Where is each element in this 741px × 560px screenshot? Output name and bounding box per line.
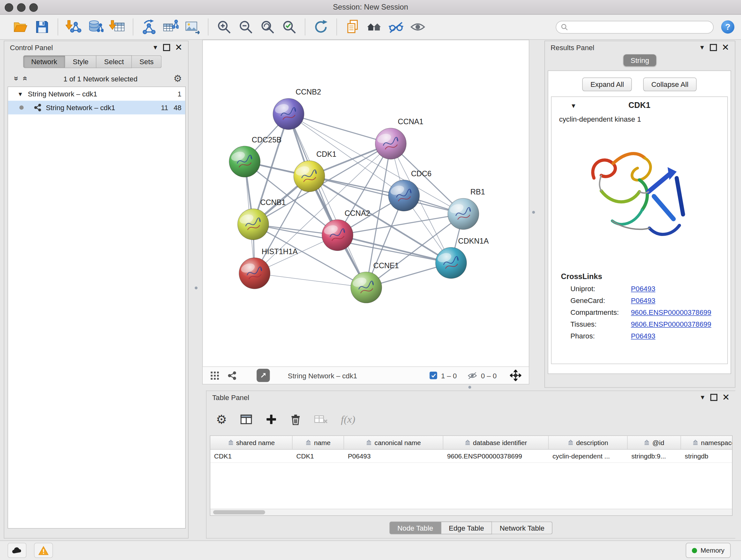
- table-cell[interactable]: CDK1: [293, 449, 344, 462]
- panel-close-icon[interactable]: ✕: [175, 43, 183, 52]
- home-button[interactable]: [363, 17, 385, 37]
- help-button[interactable]: ?: [721, 20, 734, 34]
- zoom-fit-button[interactable]: [257, 17, 278, 37]
- vertical-splitter-handle-right[interactable]: [532, 211, 535, 213]
- zoom-window-button[interactable]: [29, 3, 38, 12]
- zoom-out-button[interactable]: [235, 17, 257, 37]
- birds-eye-toggle-button[interactable]: [257, 369, 270, 382]
- eye-button[interactable]: [407, 17, 428, 37]
- share-view-icon[interactable]: [228, 371, 237, 380]
- selected-checkbox[interactable]: [430, 372, 437, 379]
- node-CDK1[interactable]: [293, 161, 325, 192]
- panel-menu-icon[interactable]: ▼: [699, 44, 705, 51]
- edge-CCNB2-CCNA1[interactable]: [288, 114, 391, 144]
- show-columns-icon[interactable]: [240, 414, 253, 425]
- expand-all-button[interactable]: Expand All: [583, 78, 632, 91]
- zoom-in-button[interactable]: [213, 17, 235, 37]
- table-cell[interactable]: CDK1: [210, 449, 293, 462]
- crosslink-link[interactable]: P06493: [631, 285, 656, 293]
- table-cell[interactable]: 9606.ENSP00000378699: [443, 449, 549, 462]
- column-header-name[interactable]: name: [293, 436, 344, 449]
- expand-all-icon[interactable]: »: [20, 76, 30, 81]
- scrollbar-thumb[interactable]: [213, 510, 265, 514]
- tab-network[interactable]: Network: [23, 55, 65, 68]
- new-network-button[interactable]: [138, 17, 159, 37]
- horizontal-splitter-handle[interactable]: [468, 386, 471, 388]
- network-collection-row[interactable]: ▼ String Network – cdk1 1: [8, 87, 185, 101]
- network-canvas[interactable]: CCNB2CCNA1CDC25BCDK1CDC6RB1CCNB1CCNA2CDK…: [203, 40, 529, 367]
- table-horizontal-scrollbar[interactable]: [210, 509, 732, 515]
- panel-float-icon[interactable]: [163, 44, 170, 51]
- crosslink-link[interactable]: P06493: [631, 297, 656, 305]
- column-header-namespace[interactable]: namespace: [681, 436, 732, 449]
- crosslink-link[interactable]: 9606.ENSP00000378699: [631, 308, 711, 316]
- panel-menu-icon[interactable]: ▼: [699, 394, 705, 401]
- refresh-view-button[interactable]: [310, 17, 332, 37]
- node-CDC25B[interactable]: [229, 146, 260, 177]
- node-CCNE1[interactable]: [351, 272, 382, 303]
- edge-CCNA2-CDKN1A[interactable]: [338, 235, 451, 263]
- minimize-window-button[interactable]: [17, 3, 25, 12]
- node-CCNB1[interactable]: [238, 209, 269, 240]
- edge-CDK1-RB1[interactable]: [309, 176, 463, 214]
- memory-button[interactable]: Memory: [686, 543, 731, 558]
- column-header-database-identifier[interactable]: database identifier: [443, 436, 549, 449]
- tab-node-table[interactable]: Node Table: [389, 521, 441, 534]
- node-CCNA2[interactable]: [322, 220, 353, 251]
- cloud-button[interactable]: [8, 543, 26, 558]
- edge-CCNE1-HIST1H1A[interactable]: [255, 273, 366, 287]
- table-options-gear-icon[interactable]: ⚙: [216, 412, 227, 427]
- disclosure-triangle-icon[interactable]: ▼: [17, 91, 23, 98]
- node-CDC6[interactable]: [388, 180, 419, 211]
- network-options-gear-icon[interactable]: ⚙: [174, 73, 182, 84]
- tab-style[interactable]: Style: [65, 55, 96, 68]
- column-header-canonical-name[interactable]: canonical name: [344, 436, 443, 449]
- new-network-table-button[interactable]: [160, 17, 182, 37]
- tab-string[interactable]: String: [623, 54, 656, 66]
- tab-network-table[interactable]: Network Table: [492, 521, 552, 534]
- collapse-all-button[interactable]: Collapse All: [643, 78, 696, 91]
- panel-close-icon[interactable]: ✕: [722, 43, 729, 52]
- edge-CCNB2-CCNE1[interactable]: [288, 114, 366, 287]
- crosshair-move-icon[interactable]: [510, 370, 522, 381]
- warnings-button[interactable]: [34, 543, 53, 558]
- toolbar-search-input[interactable]: [571, 23, 709, 31]
- tab-select[interactable]: Select: [97, 55, 132, 68]
- import-table-button[interactable]: [106, 17, 128, 37]
- table-row[interactable]: CDK1CDK1P064939606.ENSP00000378699cyclin…: [210, 449, 732, 462]
- toolbar-search[interactable]: [556, 20, 714, 33]
- table-cell[interactable]: P06493: [344, 449, 443, 462]
- collapse-all-icon[interactable]: »: [11, 76, 21, 81]
- gene-entry-header[interactable]: ▼ CDK1: [551, 97, 727, 114]
- zoom-selected-button[interactable]: [278, 17, 300, 37]
- table-cell[interactable]: stringdb:9...: [628, 449, 681, 462]
- open-session-button[interactable]: [10, 17, 31, 37]
- delete-column-trash-icon[interactable]: [290, 414, 301, 425]
- column-header-id[interactable]: @id: [628, 436, 681, 449]
- panel-close-icon[interactable]: ✕: [722, 393, 730, 401]
- table-cell[interactable]: cyclin-dependent ...: [549, 449, 627, 462]
- network-row[interactable]: String Network – cdk1 11 48: [8, 101, 185, 114]
- copy-button[interactable]: [342, 17, 363, 37]
- crosslink-link[interactable]: 9606.ENSP00000378699: [631, 320, 711, 328]
- entry-disclosure-icon[interactable]: ▼: [570, 102, 576, 109]
- import-network-file-button[interactable]: [63, 17, 84, 37]
- import-network-database-button[interactable]: [84, 17, 106, 37]
- crosslink-link[interactable]: P06493: [631, 332, 656, 340]
- close-window-button[interactable]: [5, 3, 13, 12]
- node-CCNB2[interactable]: [273, 98, 304, 129]
- panel-float-icon[interactable]: [711, 394, 718, 401]
- node-CDKN1A[interactable]: [435, 247, 467, 278]
- node-RB1[interactable]: [448, 198, 479, 229]
- panel-menu-icon[interactable]: ▼: [152, 44, 158, 51]
- save-session-button[interactable]: [31, 17, 53, 37]
- hidden-eye-slash-icon[interactable]: [467, 371, 477, 379]
- table-cell[interactable]: stringdb: [681, 449, 732, 462]
- panel-float-icon[interactable]: [710, 44, 717, 51]
- column-header-description[interactable]: description: [549, 436, 627, 449]
- export-image-button[interactable]: [182, 17, 203, 37]
- tab-edge-table[interactable]: Edge Table: [441, 521, 492, 534]
- node-HIST1H1A[interactable]: [239, 258, 270, 289]
- column-header-shared-name[interactable]: shared name: [210, 436, 293, 449]
- add-column-icon[interactable]: [266, 414, 277, 425]
